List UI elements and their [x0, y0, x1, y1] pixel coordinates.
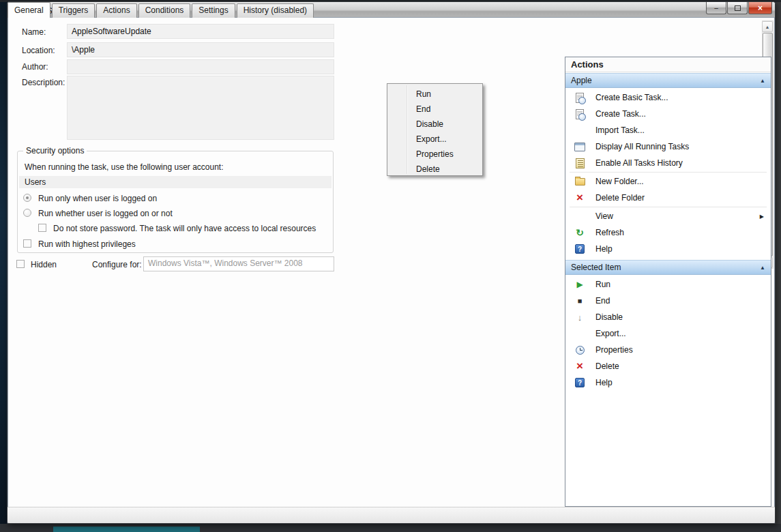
refresh-icon: ↻ [574, 226, 586, 239]
details-tabstrip: General Triggers Actions Conditions Sett… [8, 2, 315, 18]
task-scheduler-window: Task Scheduler – × File Action View Help… [7, 1, 776, 524]
user-account-value: Users [19, 176, 331, 188]
close-button[interactable]: × [748, 2, 772, 14]
action-end[interactable]: ■ End [565, 293, 771, 309]
context-menu-end[interactable]: End [389, 102, 481, 116]
action-properties[interactable]: Properties [565, 342, 771, 358]
delete-folder-icon: × [574, 192, 586, 204]
tab-history[interactable]: History (disabled) [237, 3, 314, 18]
context-menu-disable[interactable]: Disable [389, 117, 481, 131]
configure-for-select[interactable]: Windows Vista™, Windows Server™ 2008 [143, 256, 334, 271]
radio-run-logged-on-label[interactable]: Run only when user is logged on [38, 194, 157, 203]
security-options-legend: Security options [23, 146, 87, 156]
action-label: Disable [595, 312, 623, 322]
tab-actions[interactable]: Actions [96, 3, 136, 18]
close-icon: × [758, 3, 763, 13]
run-icon: ▶ [574, 278, 586, 291]
context-menu-run[interactable]: Run [389, 87, 481, 101]
description-label: Description: [22, 78, 65, 87]
checkbox-hidden[interactable] [16, 260, 25, 268]
action-label: View [595, 211, 613, 221]
action-label: Properties [595, 345, 633, 355]
action-delete[interactable]: × Delete [565, 358, 771, 374]
name-label: Name: [22, 27, 46, 37]
actions-group-selected-item-label: Selected Item [571, 263, 621, 272]
location-label: Location: [22, 46, 55, 55]
actions-group-apple-label: Apple [571, 76, 592, 85]
desktop: Task Scheduler – × File Action View Help… [0, 0, 781, 532]
action-delete-folder[interactable]: × Delete Folder [565, 190, 771, 206]
radio-run-logged-on[interactable] [23, 194, 31, 202]
window-controls: – × [705, 2, 772, 14]
action-label: Enable All Tasks History [595, 158, 683, 168]
radio-run-whether-label[interactable]: Run whether user is logged on or not [38, 209, 173, 218]
new-folder-icon [574, 175, 586, 188]
action-label: Import Task... [595, 125, 645, 135]
author-label: Author: [22, 62, 48, 72]
action-view[interactable]: View ▶ [565, 208, 771, 224]
action-create-task[interactable]: Create Task... [565, 106, 771, 122]
minimize-button[interactable]: – [706, 2, 726, 14]
collapse-icon[interactable]: ▲ [760, 265, 765, 271]
action-enable-all-tasks-history[interactable]: Enable All Tasks History [565, 155, 771, 171]
user-account-intro: When running the task, use the following… [25, 162, 224, 172]
create-basic-task-icon [574, 91, 586, 104]
action-label: Help [595, 244, 613, 254]
context-menu-delete[interactable]: Delete [389, 162, 481, 176]
hidden-label[interactable]: Hidden [31, 260, 57, 269]
configure-for-label: Configure for: [92, 260, 142, 269]
action-label: Help [595, 378, 613, 387]
actions-separator [570, 207, 767, 207]
tab-triggers[interactable]: Triggers [52, 3, 95, 18]
end-icon: ■ [574, 295, 586, 307]
history-icon [574, 157, 586, 169]
action-label: Create Task... [595, 109, 646, 119]
properties-icon [574, 344, 586, 356]
collapse-icon[interactable]: ▲ [760, 78, 765, 84]
task-details-pane: General Triggers Actions Conditions Sett… [8, 2, 354, 283]
action-display-all-running-tasks[interactable]: Display All Running Tasks [565, 138, 771, 155]
action-import-task[interactable]: Import Task... [565, 122, 771, 138]
action-run[interactable]: ▶ Run [565, 276, 771, 293]
action-label: Export... [595, 329, 626, 338]
actions-group-selected-item-header[interactable]: Selected Item ▲ [565, 260, 771, 275]
action-new-folder[interactable]: New Folder... [565, 173, 771, 190]
restore-button[interactable] [727, 2, 748, 14]
disable-icon: ↓ [574, 311, 586, 323]
action-label: Run [595, 280, 610, 289]
checkbox-highest-privileges-label[interactable]: Run with highest privileges [38, 239, 136, 249]
submenu-arrow-icon: ▶ [760, 213, 764, 220]
actions-pane: Actions Apple ▲ Create Basic Task... Cre… [565, 57, 771, 507]
action-label: Create Basic Task... [595, 93, 668, 102]
action-disable[interactable]: ↓ Disable [565, 309, 771, 325]
help-icon: ? [574, 243, 586, 255]
action-help-selected[interactable]: ? Help [565, 374, 771, 391]
statusbar [8, 507, 775, 523]
checkbox-no-password-label[interactable]: Do not store password. The task will onl… [53, 224, 316, 233]
minimize-icon: – [714, 4, 718, 12]
action-help[interactable]: ? Help [565, 241, 771, 257]
action-label: End [595, 296, 610, 306]
tab-general[interactable]: General [8, 2, 50, 18]
tab-conditions[interactable]: Conditions [138, 3, 191, 18]
context-menu-export[interactable]: Export... [389, 132, 481, 146]
action-label: Refresh [595, 228, 624, 237]
running-tasks-icon [574, 141, 586, 153]
radio-run-whether[interactable] [23, 209, 31, 217]
action-refresh[interactable]: ↻ Refresh [565, 224, 771, 241]
delete-icon: × [574, 360, 586, 372]
context-menu-properties[interactable]: Properties [389, 147, 481, 161]
action-create-basic-task[interactable]: Create Basic Task... [565, 89, 771, 106]
action-export[interactable]: Export... [565, 325, 771, 342]
desktop-taskbar-fragment [53, 527, 200, 532]
scroll-up-icon[interactable]: ▲ [762, 21, 773, 32]
location-field: \Apple [67, 42, 334, 57]
actions-group-apple-header[interactable]: Apple ▲ [565, 73, 771, 88]
checkbox-no-password[interactable] [38, 224, 46, 232]
action-label: Delete Folder [595, 193, 645, 203]
action-label: New Folder... [595, 177, 644, 186]
tab-settings[interactable]: Settings [192, 3, 235, 18]
checkbox-highest-privileges[interactable] [23, 239, 31, 248]
name-field: AppleSoftwareUpdate [67, 24, 334, 39]
help-icon: ? [574, 376, 586, 389]
